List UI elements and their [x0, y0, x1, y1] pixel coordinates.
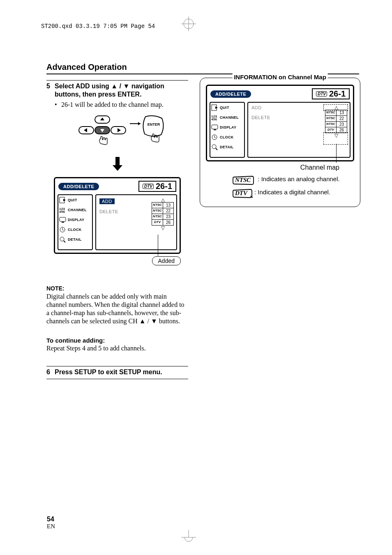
info-box: INFORMATION on Channel Map ADD/DELETE DT… — [200, 78, 360, 207]
callout-line-2 — [336, 144, 337, 163]
continue-heading: To continue adding: — [46, 337, 188, 344]
ch-num-b0: 13 — [337, 110, 347, 115]
print-header: ST200.qxd 03.3.19 7:05 PM Page 54 — [0, 0, 392, 30]
dtv-icon: DTV — [232, 189, 250, 198]
step-5-number: 5 — [46, 82, 55, 99]
page-number: 54 — [47, 516, 54, 523]
detail-icon — [59, 236, 67, 243]
menu-quit: QUIT — [68, 198, 77, 202]
channel-map-label: Channel map — [206, 164, 339, 171]
legend-ntsc-text: : Indicates an analog channel. — [258, 175, 339, 183]
left-column: 5 Select ADD using ▲ / ▼ navigation butt… — [46, 80, 188, 381]
menu-detail: DETAIL — [68, 237, 82, 242]
svg-line-35 — [214, 137, 216, 138]
osd-screenshot-added: ADD/DELETE DTV 26-1 QUIT 123456CHANNEL D… — [54, 177, 181, 254]
ch-tag-2: NTSC — [152, 214, 163, 219]
dtv-tag-small: DTV — [143, 184, 154, 189]
menu-clock: CLOCK — [68, 228, 82, 232]
callout-line — [158, 235, 158, 256]
ch-num-b2: 23 — [337, 122, 347, 127]
svg-point-36 — [212, 145, 216, 149]
svg-text:456: 456 — [211, 117, 217, 121]
step-6-rule-top — [46, 366, 188, 366]
ch-num-0: 13 — [163, 203, 173, 208]
osd-title: ADD/DELETE — [58, 183, 99, 190]
legend-ntsc: NTSC : Indicates an analog channel. — [232, 175, 354, 184]
svg-rect-31 — [212, 125, 218, 129]
step-5-text-1: Select ADD using — [55, 83, 111, 90]
osd-screenshot-info: ADD/DELETE DTV 26-1 QUIT 123456CHANNEL D… — [206, 85, 354, 161]
svg-marker-4 — [100, 117, 104, 120]
ch-tag-b2: NTSC — [325, 122, 337, 127]
quit-icon — [59, 197, 67, 203]
crop-mark-bottom — [181, 530, 196, 545]
osd-right-panel: ADD DELETE △ NTSC13 NTSC22 NTSC23 DTV26 … — [95, 194, 177, 250]
continue-body: Repeat Steps 4 and 5 to add channels. — [46, 345, 188, 352]
step-6-text: Press SETUP to exit SETUP menu. — [55, 368, 162, 376]
page-language: EN — [47, 523, 55, 530]
ch-tag-b3: DTV — [325, 127, 337, 133]
display-icon — [59, 216, 67, 223]
ch-num-b1: 22 — [337, 116, 347, 121]
menu-channel-2: CHANNEL — [220, 115, 239, 120]
section-title: Advanced Operation — [46, 62, 392, 72]
down-triangle-icon-2: ▼ — [151, 318, 157, 325]
step-6-number: 6 — [46, 368, 55, 376]
down-arrow-icon — [46, 157, 188, 173]
step-5-bullet-text: 26-1 will be added to the channel map. — [61, 101, 164, 108]
dtv-tag-small-2: DTV — [316, 91, 327, 97]
svg-line-37 — [216, 148, 217, 150]
note-heading: NOTE: — [46, 285, 188, 292]
step-6-heading: 6 Press SETUP to exit SETUP menu. — [46, 368, 188, 376]
menu-clock-2: CLOCK — [220, 135, 234, 139]
osd-channel-number: 26-1 — [156, 182, 172, 191]
svg-line-26 — [64, 241, 65, 242]
down-triangle-icon: ▼ — [123, 83, 129, 90]
step-5-bullet: • 26-1 will be added to the channel map. — [55, 101, 188, 108]
up-triangle-icon: ▲ — [111, 83, 118, 90]
svg-marker-15 — [113, 165, 122, 171]
svg-text:ENTER: ENTER — [147, 122, 160, 127]
remote-diagram: ENTER — [64, 113, 171, 154]
legend-dtv-text: : Indicates a digital channel. — [254, 189, 330, 196]
ch-tag-0: NTSC — [152, 203, 163, 208]
menu-display: DISPLAY — [68, 218, 84, 222]
legend-dtv: DTV : Indicates a digital channel. — [232, 189, 354, 198]
note-body: Digital channels can be added only with … — [46, 292, 188, 325]
osd-option-add: ADD — [99, 198, 115, 204]
svg-line-24 — [62, 230, 64, 230]
clock-icon — [59, 226, 67, 233]
menu-detail-2: DETAIL — [220, 145, 234, 149]
ch-tag-1: NTSC — [152, 208, 163, 214]
step-6-rule-bottom — [46, 379, 188, 379]
channel-list: △ NTSC13 NTSC22 NTSC23 DTV26 ▽ — [152, 198, 174, 230]
channel-icon: 123456 — [59, 207, 67, 213]
svg-rect-20 — [60, 217, 66, 221]
svg-text:456: 456 — [59, 210, 65, 213]
ch-num-2: 23 — [163, 214, 173, 219]
step-rule — [46, 80, 188, 81]
svg-marker-6 — [84, 128, 87, 132]
added-label: Added — [152, 256, 181, 265]
ch-num-1: 22 — [163, 208, 173, 214]
menu-display-2: DISPLAY — [220, 125, 236, 129]
ntsc-icon: NTSC — [232, 175, 254, 184]
osd-left-menu: QUIT 123456CHANNEL DISPLAY CLOCK DETAIL — [58, 194, 93, 250]
scroll-down-icon: ▽ — [152, 226, 174, 230]
svg-point-25 — [60, 237, 64, 241]
menu-quit-2: QUIT — [220, 106, 229, 110]
info-box-title: INFORMATION on Channel Map — [232, 74, 328, 81]
ch-tag-b1: NTSC — [325, 116, 337, 121]
ch-tag-3: DTV — [152, 220, 163, 225]
ch-num-b3: 26 — [337, 127, 347, 133]
step-5-heading: 5 Select ADD using ▲ / ▼ navigation butt… — [46, 82, 188, 99]
osd-title-2: ADD/DELETE — [210, 90, 251, 98]
svg-marker-10 — [118, 128, 121, 132]
svg-rect-14 — [115, 157, 120, 165]
step-5-text-sep: / — [118, 83, 123, 90]
svg-marker-12 — [138, 122, 141, 125]
right-column: INFORMATION on Channel Map ADD/DELETE DT… — [200, 80, 360, 381]
crop-mark-top — [181, 16, 196, 31]
osd-channel-number-2: 26-1 — [329, 89, 346, 99]
ch-tag-b0: NTSC — [325, 110, 337, 115]
